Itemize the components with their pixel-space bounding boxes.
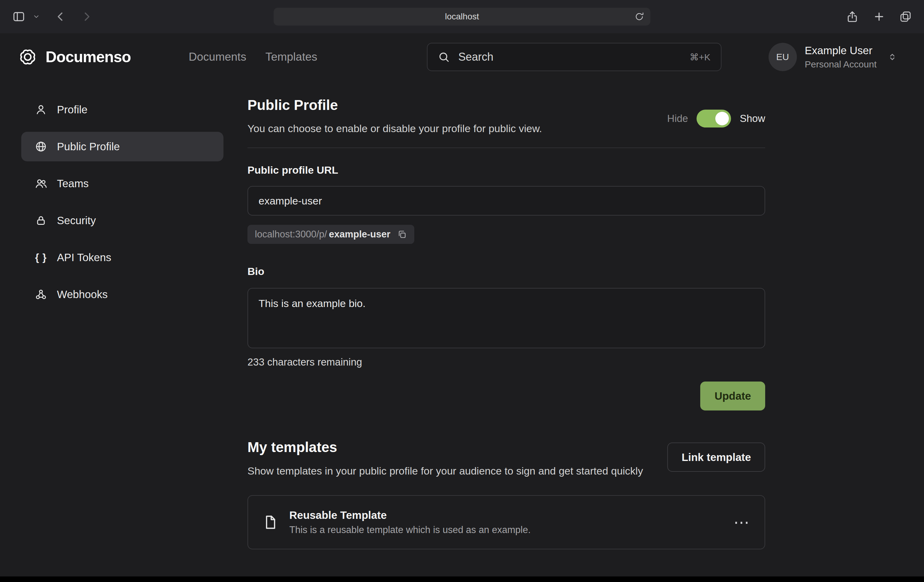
sidebar-item-public-profile[interactable]: Public Profile xyxy=(21,132,223,161)
browser-right-controls xyxy=(846,10,912,23)
url-preview-slug: example-user xyxy=(329,229,390,240)
my-templates-description: Show templates in your public profile fo… xyxy=(248,463,643,478)
show-label: Show xyxy=(740,113,765,124)
brand[interactable]: Documenso xyxy=(18,47,131,67)
hide-label: Hide xyxy=(667,113,688,124)
window-bottom-edge xyxy=(0,577,924,582)
sidebar-toggle-icon[interactable] xyxy=(12,10,25,23)
sidebar-item-api-tokens[interactable]: { } API Tokens xyxy=(21,243,223,272)
bio-textarea[interactable]: This is an example bio. xyxy=(248,288,765,348)
forward-icon[interactable] xyxy=(81,10,93,23)
template-menu-icon[interactable]: ⋯ xyxy=(733,514,751,530)
bio-label: Bio xyxy=(248,265,765,278)
sidebar-item-teams[interactable]: Teams xyxy=(21,169,223,198)
share-icon[interactable] xyxy=(846,10,859,23)
template-card: Reusable Template This is a reusable tem… xyxy=(248,495,765,549)
user-name: Example User xyxy=(805,45,876,57)
sidebar-item-profile[interactable]: Profile xyxy=(21,95,223,124)
user-menu[interactable]: EU Example User Personal Account xyxy=(769,43,898,71)
profile-url-preview: localhost:3000/p/ example-user xyxy=(248,225,414,244)
sidebar-item-label: API Tokens xyxy=(57,251,111,264)
sidebar-item-webhooks[interactable]: Webhooks xyxy=(21,279,223,309)
tab-overview-icon[interactable] xyxy=(899,10,912,23)
sidebar-item-label: Security xyxy=(57,214,96,227)
top-nav: Documents Templates xyxy=(189,51,317,63)
browser-left-controls xyxy=(12,10,93,23)
main-content: Public Profile You can choose to enable … xyxy=(248,81,765,549)
profile-url-input[interactable] xyxy=(248,186,765,215)
profile-url-label: Public profile URL xyxy=(248,164,765,176)
sidebar-item-label: Profile xyxy=(57,104,87,116)
section-divider xyxy=(248,147,765,148)
documenso-logo-icon xyxy=(18,47,38,67)
search-shortcut: ⌘+K xyxy=(690,52,710,63)
search-icon xyxy=(438,51,450,63)
new-tab-icon[interactable] xyxy=(873,10,885,23)
nav-documents[interactable]: Documents xyxy=(189,51,246,63)
sidebar-item-label: Webhooks xyxy=(57,288,108,301)
bio-remaining-count: 233 characters remaining xyxy=(248,356,765,368)
sidebar-item-label: Public Profile xyxy=(57,141,120,153)
address-bar[interactable]: localhost xyxy=(274,8,650,26)
back-icon[interactable] xyxy=(54,10,66,23)
brand-name: Documenso xyxy=(46,48,131,66)
page-title: Public Profile xyxy=(248,97,542,113)
user-account-type: Personal Account xyxy=(805,59,876,69)
lock-icon xyxy=(35,214,47,227)
template-name: Reusable Template xyxy=(289,509,733,521)
chevron-down-icon[interactable] xyxy=(33,13,40,20)
refresh-icon[interactable] xyxy=(634,12,644,21)
users-icon xyxy=(35,177,47,190)
globe-icon xyxy=(35,141,47,153)
app-header: Documenso Documents Templates Search ⌘+K… xyxy=(0,33,924,81)
toggle-knob xyxy=(715,112,729,125)
url-preview-prefix: localhost:3000/p/ xyxy=(255,229,327,240)
chevrons-up-down-icon xyxy=(887,52,898,62)
page-subtitle: You can choose to enable or disable your… xyxy=(248,122,542,135)
profile-visibility-control: Hide Show xyxy=(667,110,765,127)
avatar: EU xyxy=(769,43,797,71)
sidebar-item-security[interactable]: Security xyxy=(21,206,223,235)
nav-templates[interactable]: Templates xyxy=(265,51,317,63)
update-button[interactable]: Update xyxy=(700,382,765,410)
search-placeholder: Search xyxy=(458,51,681,63)
search-bar[interactable]: Search ⌘+K xyxy=(427,43,721,71)
my-templates-title: My templates xyxy=(248,439,643,455)
braces-icon: { } xyxy=(35,251,47,264)
address-bar-url: localhost xyxy=(445,12,479,21)
visibility-toggle[interactable] xyxy=(696,110,731,127)
file-icon xyxy=(262,514,278,530)
browser-chrome: localhost xyxy=(0,0,924,33)
webhook-icon xyxy=(35,288,47,301)
settings-sidebar: Profile Public Profile Teams Security { … xyxy=(21,95,223,309)
copy-icon[interactable] xyxy=(397,230,407,239)
link-template-button[interactable]: Link template xyxy=(667,443,765,472)
user-icon xyxy=(35,104,47,116)
sidebar-item-label: Teams xyxy=(57,177,89,190)
template-description: This is a reusable template which is use… xyxy=(289,524,733,536)
